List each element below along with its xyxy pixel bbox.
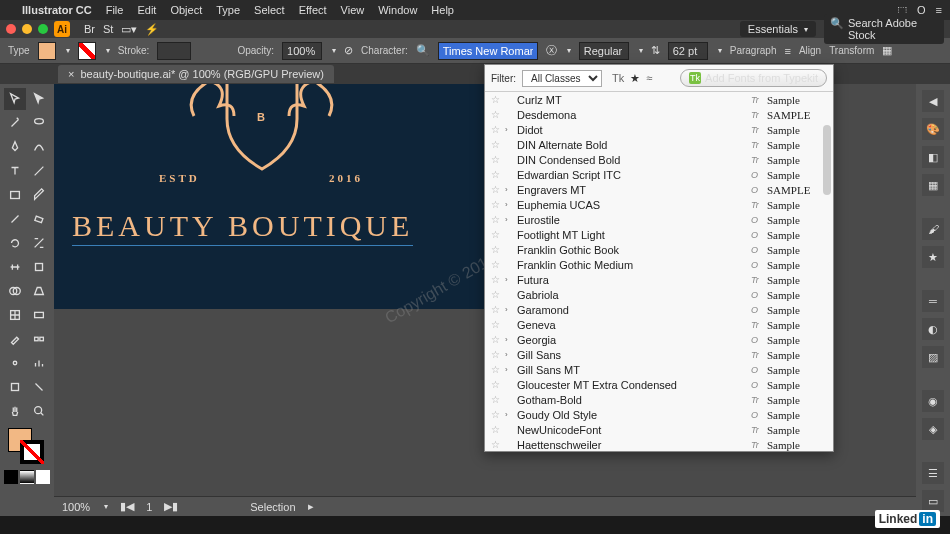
favorite-star-icon[interactable]: ☆ (491, 349, 505, 360)
favorite-star-icon[interactable]: ☆ (491, 394, 505, 405)
workspace-selector[interactable]: Essentials ▾ (740, 21, 816, 37)
gradient-mode-icon[interactable] (20, 470, 34, 484)
font-row[interactable]: ☆ › Garamond O Sample (485, 302, 833, 317)
font-row[interactable]: ☆ DIN Alternate Bold Tr Sample (485, 137, 833, 152)
favorite-star-icon[interactable]: ☆ (491, 274, 505, 285)
fill-stroke-indicator[interactable] (4, 428, 50, 468)
close-icon[interactable] (6, 24, 16, 34)
artboard-nav-prev[interactable]: ▮◀ (120, 500, 134, 513)
artboard-number[interactable]: 1 (146, 501, 152, 513)
favorite-star-icon[interactable]: ☆ (491, 124, 505, 135)
fill-swatch[interactable] (38, 42, 56, 60)
graph-tool[interactable] (28, 352, 50, 374)
layers-panel-icon[interactable]: ☰ (922, 462, 944, 484)
expand-icon[interactable]: › (505, 350, 517, 359)
bridge-icon[interactable]: Br (84, 23, 95, 36)
paragraph-label[interactable]: Paragraph (730, 45, 777, 56)
font-dropdown-toggle[interactable]: ▾ (567, 46, 571, 55)
hand-tool[interactable] (4, 400, 26, 422)
font-style-input[interactable] (579, 42, 629, 60)
align-left-icon[interactable]: ≡ (784, 45, 790, 57)
line-tool[interactable] (28, 160, 50, 182)
expand-icon[interactable]: › (505, 410, 517, 419)
stroke-color-icon[interactable] (20, 440, 44, 464)
pen-tool[interactable] (4, 136, 26, 158)
expand-icon[interactable]: › (505, 275, 517, 284)
font-row[interactable]: ☆ Gloucester MT Extra Condensed O Sample (485, 377, 833, 392)
font-row[interactable]: ☆ › Didot Tr Sample (485, 122, 833, 137)
rotate-tool[interactable] (4, 232, 26, 254)
stroke-swatch[interactable] (78, 42, 96, 60)
selection-tool[interactable] (4, 88, 26, 110)
artboard-tool[interactable] (4, 376, 26, 398)
search-stock-input[interactable]: 🔍 Search Adobe Stock (824, 14, 944, 44)
favorite-star-icon[interactable]: ☆ (491, 154, 505, 165)
expand-icon[interactable]: › (505, 185, 517, 194)
eraser-tool[interactable] (28, 208, 50, 230)
favorite-star-icon[interactable]: ☆ (491, 289, 505, 300)
favorite-star-icon[interactable]: ☆ (491, 229, 505, 240)
favorite-star-icon[interactable]: ☆ (491, 319, 505, 330)
favorite-star-icon[interactable]: ☆ (491, 364, 505, 375)
blend-tool[interactable] (28, 328, 50, 350)
font-row[interactable]: ☆ Geneva Tr Sample (485, 317, 833, 332)
status-menu-icon[interactable]: ▸ (308, 500, 314, 513)
mesh-tool[interactable] (4, 304, 26, 326)
menu-app-name[interactable]: Illustrator CC (22, 4, 92, 16)
font-row[interactable]: ☆ › Engravers MT O SAMPLE (485, 182, 833, 197)
font-filter-select[interactable]: All Classes (522, 70, 602, 87)
stroke-weight-input[interactable] (157, 42, 191, 60)
menu-edit[interactable]: Edit (137, 4, 156, 16)
font-size-input[interactable] (668, 42, 708, 60)
free-transform-tool[interactable] (28, 256, 50, 278)
font-row[interactable]: ☆ DIN Condensed Bold Tr Sample (485, 152, 833, 167)
panel-toggle-icon[interactable]: ▦ (882, 44, 892, 57)
font-row[interactable]: ☆ › Eurostile O Sample (485, 212, 833, 227)
favorite-star-icon[interactable]: ☆ (491, 244, 505, 255)
shaper-tool[interactable] (4, 208, 26, 230)
slice-tool[interactable] (28, 376, 50, 398)
similar-filter-icon[interactable]: ≈ (646, 72, 652, 85)
width-tool[interactable] (4, 256, 26, 278)
type-tool[interactable] (4, 160, 26, 182)
menu-select[interactable]: Select (254, 4, 285, 16)
font-row[interactable]: ☆ › Euphemia UCAS Tr Sample (485, 197, 833, 212)
font-row[interactable]: ☆ Gabriola O Sample (485, 287, 833, 302)
tab-close-icon[interactable]: × (68, 68, 74, 80)
lasso-tool[interactable] (28, 112, 50, 134)
favorite-star-icon[interactable]: ☆ (491, 109, 505, 120)
symbols-panel-icon[interactable]: ★ (922, 246, 944, 268)
expand-icon[interactable]: › (505, 125, 517, 134)
graphic-styles-panel-icon[interactable]: ◈ (922, 418, 944, 440)
window-controls[interactable] (6, 24, 48, 34)
scrollbar-thumb[interactable] (823, 125, 831, 195)
menu-type[interactable]: Type (216, 4, 240, 16)
font-list[interactable]: ☆ Curlz MT Tr Sample☆ Desdemona Tr SAMPL… (485, 92, 833, 451)
transform-label[interactable]: Transform (829, 45, 874, 56)
zoom-tool[interactable] (28, 400, 50, 422)
favorite-star-icon[interactable]: ☆ (491, 169, 505, 180)
expand-icon[interactable]: › (505, 200, 517, 209)
clear-icon[interactable]: ⓧ (546, 43, 557, 58)
favorite-star-icon[interactable]: ☆ (491, 199, 505, 210)
font-row[interactable]: ☆ › Futura Tr Sample (485, 272, 833, 287)
font-row[interactable]: ☆ Curlz MT Tr Sample (485, 92, 833, 107)
font-row[interactable]: ☆ Franklin Gothic Medium O Sample (485, 257, 833, 272)
panel-toggle-icon[interactable]: ◀ (922, 90, 944, 112)
magic-wand-tool[interactable] (4, 112, 26, 134)
favorite-star-icon[interactable]: ☆ (491, 304, 505, 315)
menu-file[interactable]: File (106, 4, 124, 16)
font-row[interactable]: ☆ Gotham-Bold Tr Sample (485, 392, 833, 407)
align-label[interactable]: Align (799, 45, 821, 56)
favorite-star-icon[interactable]: ☆ (491, 259, 505, 270)
font-row[interactable]: ☆ › Gill Sans Tr Sample (485, 347, 833, 362)
favorite-star-icon[interactable]: ☆ (491, 409, 505, 420)
color-panel-icon[interactable]: 🎨 (922, 118, 944, 140)
favorite-star-icon[interactable]: ☆ (491, 94, 505, 105)
typekit-filter-icon[interactable]: Tk (612, 72, 624, 85)
menu-help[interactable]: Help (431, 4, 454, 16)
font-row[interactable]: ☆ Franklin Gothic Book O Sample (485, 242, 833, 257)
shape-builder-tool[interactable] (4, 280, 26, 302)
paintbrush-tool[interactable] (28, 184, 50, 206)
favorite-star-icon[interactable]: ☆ (491, 439, 505, 450)
